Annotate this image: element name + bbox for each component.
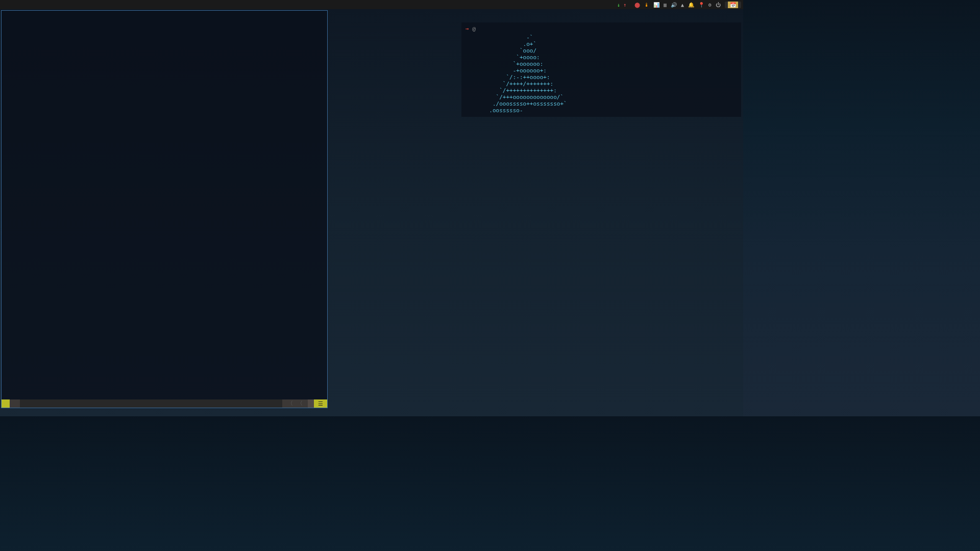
vim-fileinfo: 〈〈 (282, 399, 308, 408)
volume-icon[interactable]: 🔊 (671, 2, 677, 8)
vim-mode (2, 399, 10, 408)
vim-percent (308, 399, 314, 408)
terminal[interactable]: → @ -` .o+` `ooo/ `+oooo: `+oooooo: -+oo… (461, 22, 741, 117)
settings-icon[interactable]: ⚙ (708, 2, 712, 8)
temp-widget: 🌡 (644, 2, 649, 8)
mem-widget: 📊 (653, 2, 659, 8)
clock-widget: 📅 (725, 2, 741, 8)
net-widget: ↓ ↑ (617, 2, 626, 8)
vim-statusline: 〈〈 ☰ (2, 399, 327, 408)
notification-icon[interactable]: 🔔 (688, 2, 694, 8)
prompt-line: → @ (465, 26, 737, 32)
systray-icon[interactable]: ▲ (681, 2, 684, 8)
pacman-icon: ⬤ (634, 2, 640, 8)
power-icon[interactable]: ⏻ (716, 2, 721, 8)
location-icon[interactable]: 📍 (698, 2, 704, 8)
vim-position: ☰ (314, 399, 327, 408)
vim-file (10, 399, 20, 408)
topbar: ↓ ↑ ⬤ 🌡 📊 ▥ 🔊 ▲ 🔔 📍 ⚙ ⏻ 📅 (0, 0, 743, 9)
vim-buffer[interactable] (2, 11, 327, 15)
vim-editor[interactable]: 〈〈 ☰ (1, 10, 328, 408)
neofetch-logo: -` .o+` `ooo/ `+oooo: `+oooooo: -+oooooo… (465, 34, 567, 114)
layout-icon[interactable]: ▥ (664, 2, 667, 8)
